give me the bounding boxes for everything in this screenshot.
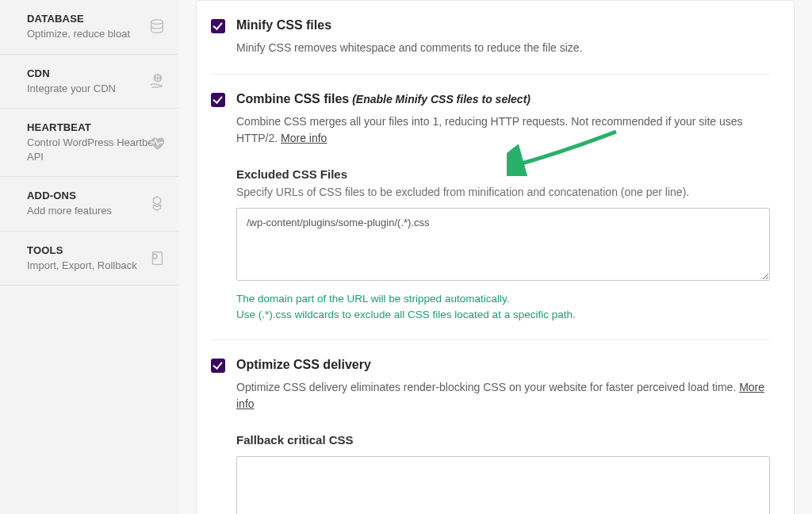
sidebar-item-title: CDN [27,67,164,79]
sidebar-item-database[interactable]: DATABASE Optimize, reduce bloat [0,0,178,55]
excluded-css-title: Excluded CSS Files [236,167,770,181]
globe-hand-icon [148,72,166,90]
sidebar-item-title: ADD-ONS [27,190,164,201]
svg-point-0 [151,20,163,25]
main-panel: Minify CSS files Minify CSS removes whit… [178,0,812,514]
heartbeat-icon [148,134,166,152]
option-combine-css: Combine CSS files (Enable Minify CSS fil… [211,75,770,340]
option-title: Optimize CSS delivery [236,358,371,372]
database-icon [148,18,166,36]
sidebar-item-tools[interactable]: TOOLS Import, Export, Rollback [0,232,178,286]
option-description: Optimize CSS delivery eliminates render-… [236,379,770,412]
sidebar-item-cdn[interactable]: CDN Integrate your CDN [0,55,178,109]
fallback-css-title: Fallback critical CSS [236,433,770,447]
option-description: Minify CSS removes whitespace and commen… [236,40,770,56]
minify-css-checkbox[interactable] [211,19,225,33]
fallback-css-block: Fallback critical CSS Provides a fallbac… [236,433,770,514]
fallback-css-textarea[interactable] [236,456,770,514]
sidebar-item-title: TOOLS [27,244,164,256]
option-optimize-css: Optimize CSS delivery Optimize CSS deliv… [211,340,770,514]
sidebar-item-subtitle: Control WordPress Heartbeat API [27,136,164,163]
excluded-css-hint: The domain part of the URL will be strip… [236,291,770,322]
excluded-css-block: Excluded CSS Files Specify URLs of CSS f… [236,167,770,322]
gear-file-icon [148,250,166,267]
option-title: Minify CSS files [236,18,331,33]
sidebar-item-subtitle: Import, Export, Rollback [27,259,164,273]
sidebar-item-heartbeat[interactable]: HEARTBEAT Control WordPress Heartbeat AP… [0,109,178,177]
option-description: Combine CSS merges all your files into 1… [236,113,770,147]
sidebar-item-title: HEARTBEAT [27,121,164,133]
optimize-css-checkbox[interactable] [211,359,225,373]
settings-card: Minify CSS files Minify CSS removes whit… [196,0,795,514]
sidebar-item-addons[interactable]: ADD-ONS Add more features [0,177,178,232]
sidebar-item-subtitle: Optimize, reduce bloat [27,27,164,41]
more-info-link[interactable]: More info [281,132,327,144]
option-title: Combine CSS files [236,92,349,105]
sidebar-item-subtitle: Integrate your CDN [27,82,164,96]
sidebar-item-subtitle: Add more features [27,204,164,218]
sidebar: DATABASE Optimize, reduce bloat CDN Inte… [0,0,178,514]
option-minify-css: Minify CSS files Minify CSS removes whit… [211,1,770,75]
boxes-icon [148,195,166,213]
option-note: (Enable Minify CSS files to select) [352,93,530,105]
excluded-css-subtitle: Specify URLs of CSS files to be excluded… [236,186,770,198]
sidebar-item-title: DATABASE [27,13,164,25]
combine-css-checkbox[interactable] [211,93,225,107]
excluded-css-textarea[interactable] [236,208,770,281]
